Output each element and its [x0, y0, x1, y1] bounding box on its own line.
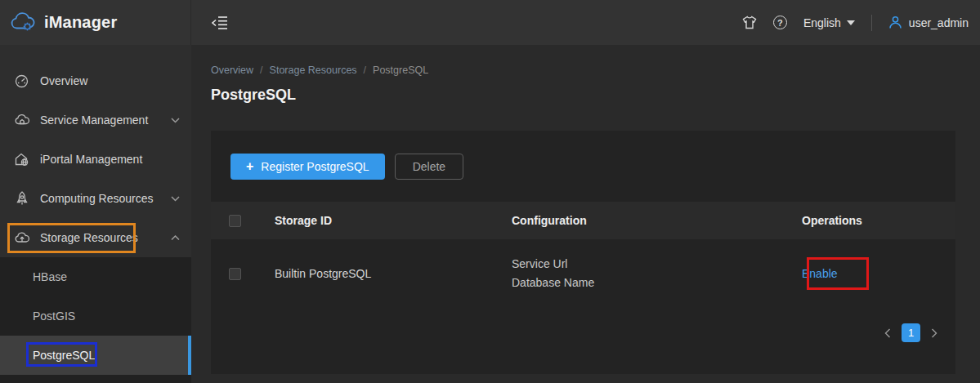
row-checkbox[interactable]	[229, 268, 241, 280]
sidebar-item-service-management[interactable]: Service Management	[0, 100, 191, 140]
app-logo[interactable]: iManager	[0, 0, 191, 45]
chevron-up-icon	[171, 235, 180, 241]
username-label: user_admin	[909, 16, 969, 29]
sidebar-item-storage-resources[interactable]: Storage Resources	[0, 218, 191, 257]
language-label: English	[803, 16, 841, 29]
breadcrumb-current: PostgreSQL	[373, 65, 428, 76]
configuration-cell: Service Url Database Name	[512, 255, 802, 292]
chevron-down-icon	[171, 196, 180, 202]
topbar-divider	[871, 15, 872, 31]
column-header-operations: Operations	[802, 214, 955, 227]
sidebar-item-label: Computing Resources	[40, 192, 160, 205]
pagination: 1	[884, 323, 937, 342]
storage-table: Storage ID Configuration Operations Buil…	[211, 202, 955, 308]
sidebar-item-iportal-management[interactable]: iPortal Management	[0, 140, 191, 179]
sidebar-item-postgresql[interactable]: PostgreSQL	[0, 336, 191, 375]
breadcrumb: Overview / Storage Resources / PostgreSQ…	[211, 65, 428, 76]
rocket-icon	[14, 191, 29, 206]
language-dropdown[interactable]: English	[803, 16, 855, 29]
breadcrumb-link-storage-resources[interactable]: Storage Resources	[270, 65, 357, 76]
collapse-sidebar-icon[interactable]	[211, 16, 228, 30]
config-service-url-label: Service Url	[512, 255, 802, 274]
sidebar: Overview Service Management	[0, 45, 191, 383]
config-database-name-label: Database Name	[512, 274, 802, 292]
register-button-label: Register PostgreSQL	[261, 160, 369, 173]
page-title: PostgreSQL	[211, 87, 296, 104]
dashboard-icon	[14, 74, 29, 88]
chevron-down-icon	[171, 118, 180, 123]
previous-page-icon[interactable]	[884, 328, 891, 338]
sidebar-item-label: Overview	[40, 74, 180, 87]
portal-home-icon	[14, 153, 29, 166]
user-icon	[888, 16, 902, 29]
topbar: ? English user_admin	[191, 0, 980, 45]
chevron-down-icon	[847, 20, 855, 25]
sidebar-item-label: iPortal Management	[40, 153, 180, 166]
breadcrumb-separator: /	[364, 65, 366, 76]
submenu-item-label: PostGIS	[33, 310, 75, 323]
breadcrumb-separator: /	[260, 65, 262, 76]
table-header-row: Storage ID Configuration Operations	[211, 202, 955, 239]
theme-skin-icon[interactable]	[742, 16, 757, 29]
column-header-configuration: Configuration	[512, 214, 802, 227]
enable-link[interactable]: Enable	[802, 267, 838, 280]
register-postgresql-button[interactable]: + Register PostgreSQL	[230, 154, 385, 180]
plus-icon: +	[246, 160, 253, 173]
sidebar-item-computing-resources[interactable]: Computing Resources	[0, 179, 191, 218]
column-header-storage-id: Storage ID	[275, 214, 512, 227]
storage-resources-submenu: HBase PostGIS PostgreSQL	[0, 257, 191, 383]
sidebar-item-label: Storage Resources	[40, 231, 160, 244]
table-row: Builtin PostgreSQL Service Url Database …	[211, 239, 955, 308]
submenu-item-label: HBase	[33, 270, 67, 283]
sidebar-item-overview[interactable]: Overview	[0, 61, 191, 100]
user-menu[interactable]: user_admin	[888, 16, 969, 29]
breadcrumb-link-overview[interactable]: Overview	[211, 65, 253, 76]
select-all-checkbox[interactable]	[229, 215, 241, 227]
sidebar-item-postgis[interactable]: PostGIS	[0, 296, 191, 336]
toolbar: + Register PostgreSQL Delete	[211, 131, 955, 180]
cloud-service-icon	[14, 114, 29, 127]
help-icon[interactable]: ?	[773, 16, 787, 29]
page-number-button[interactable]: 1	[902, 323, 920, 342]
sidebar-item-label: Service Management	[40, 114, 160, 127]
app-title: iManager	[44, 13, 117, 32]
sidebar-item-hbase[interactable]: HBase	[0, 257, 191, 296]
cloud-upload-icon	[14, 232, 29, 244]
postgresql-card: + Register PostgreSQL Delete Storage ID …	[211, 131, 955, 374]
next-page-icon[interactable]	[931, 328, 937, 338]
submenu-item-label: PostgreSQL	[33, 349, 95, 362]
cloud-gear-logo-icon	[10, 12, 36, 33]
delete-button[interactable]: Delete	[395, 154, 463, 180]
main-content: Overview / Storage Resources / PostgreSQ…	[191, 45, 980, 383]
storage-id-cell: Builtin PostgreSQL	[275, 267, 512, 280]
